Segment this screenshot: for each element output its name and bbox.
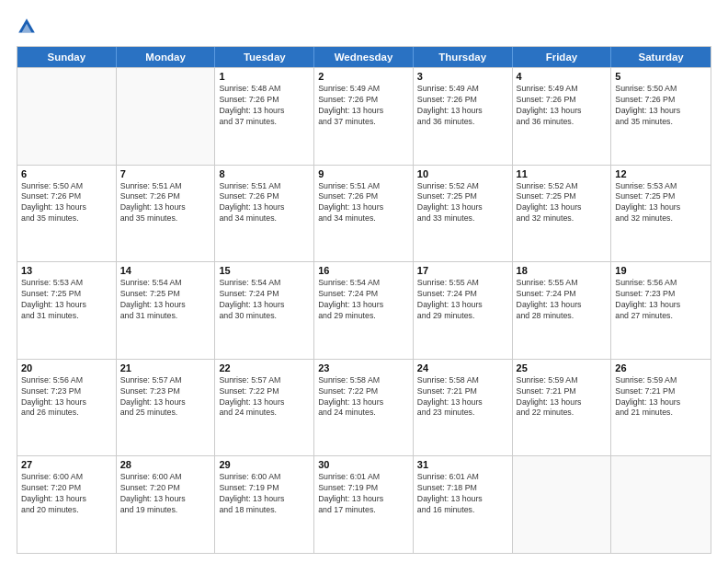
calendar-header: SundayMondayTuesdayWednesdayThursdayFrid… — [17, 47, 711, 67]
cell-info-line: Sunset: 7:21 PM — [417, 386, 508, 397]
cell-info-line: Sunset: 7:25 PM — [417, 191, 508, 202]
cell-info-line: and 31 minutes. — [21, 311, 112, 322]
day-cell-15: 15Sunrise: 5:54 AMSunset: 7:24 PMDayligh… — [215, 262, 314, 359]
day-number: 15 — [219, 265, 310, 276]
cell-info-line: and 36 minutes. — [517, 117, 608, 128]
day-cell-30: 30Sunrise: 6:01 AMSunset: 7:19 PMDayligh… — [314, 456, 414, 553]
day-number: 25 — [517, 362, 608, 373]
cell-info-line: Sunset: 7:23 PM — [615, 289, 707, 300]
cell-info-line: Sunset: 7:18 PM — [417, 483, 508, 494]
cell-info-line: Sunset: 7:26 PM — [120, 191, 211, 202]
cell-info-line: Daylight: 13 hours — [21, 202, 112, 213]
empty-cell — [117, 68, 216, 165]
cell-info-line: Sunset: 7:23 PM — [21, 386, 112, 397]
calendar-row-3: 13Sunrise: 5:53 AMSunset: 7:25 PMDayligh… — [17, 261, 711, 359]
weekday-header-friday: Friday — [513, 47, 612, 67]
cell-info-line: Daylight: 13 hours — [417, 397, 508, 408]
cell-info-line: Daylight: 13 hours — [318, 202, 409, 213]
cell-info-line: Sunset: 7:19 PM — [219, 483, 310, 494]
day-cell-5: 5Sunrise: 5:50 AMSunset: 7:26 PMDaylight… — [611, 68, 711, 165]
cell-info-line: and 17 minutes. — [318, 505, 409, 516]
day-cell-13: 13Sunrise: 5:53 AMSunset: 7:25 PMDayligh… — [17, 262, 117, 359]
cell-info-line: Sunrise: 5:50 AM — [21, 181, 112, 192]
day-number: 27 — [21, 459, 112, 470]
day-cell-24: 24Sunrise: 5:58 AMSunset: 7:21 PMDayligh… — [414, 360, 513, 456]
day-number: 19 — [615, 265, 707, 276]
weekday-header-tuesday: Tuesday — [215, 47, 314, 67]
day-number: 12 — [615, 168, 707, 179]
cell-info-line: Sunset: 7:26 PM — [318, 95, 409, 106]
logo — [17, 17, 40, 37]
day-number: 18 — [517, 265, 608, 276]
cell-info-line: Daylight: 13 hours — [219, 106, 310, 117]
cell-info-line: Daylight: 13 hours — [21, 494, 112, 505]
day-number: 9 — [318, 168, 409, 179]
day-cell-26: 26Sunrise: 5:59 AMSunset: 7:21 PMDayligh… — [611, 360, 711, 456]
cell-info-line: Daylight: 13 hours — [120, 300, 211, 311]
cell-info-line: and 16 minutes. — [417, 505, 508, 516]
cell-info-line: Daylight: 13 hours — [615, 300, 707, 311]
empty-cell — [17, 68, 117, 165]
day-cell-10: 10Sunrise: 5:52 AMSunset: 7:25 PMDayligh… — [414, 166, 513, 262]
day-number: 6 — [21, 168, 112, 179]
cell-info-line: and 28 minutes. — [517, 311, 608, 322]
day-number: 20 — [21, 362, 112, 373]
day-cell-7: 7Sunrise: 5:51 AMSunset: 7:26 PMDaylight… — [117, 166, 216, 262]
day-cell-11: 11Sunrise: 5:52 AMSunset: 7:25 PMDayligh… — [513, 166, 612, 262]
day-cell-9: 9Sunrise: 5:51 AMSunset: 7:26 PMDaylight… — [314, 166, 414, 262]
day-cell-29: 29Sunrise: 6:00 AMSunset: 7:19 PMDayligh… — [215, 456, 314, 553]
weekday-header-sunday: Sunday — [17, 47, 117, 67]
cell-info-line: Daylight: 13 hours — [219, 494, 310, 505]
cell-info-line: Daylight: 13 hours — [219, 397, 310, 408]
day-cell-12: 12Sunrise: 5:53 AMSunset: 7:25 PMDayligh… — [611, 166, 711, 262]
day-cell-6: 6Sunrise: 5:50 AMSunset: 7:26 PMDaylight… — [17, 166, 117, 262]
day-cell-21: 21Sunrise: 5:57 AMSunset: 7:23 PMDayligh… — [117, 360, 216, 456]
cell-info-line: and 35 minutes. — [120, 213, 211, 224]
day-cell-19: 19Sunrise: 5:56 AMSunset: 7:23 PMDayligh… — [611, 262, 711, 359]
cell-info-line: Sunrise: 5:58 AM — [318, 375, 409, 386]
cell-info-line: and 35 minutes. — [21, 213, 112, 224]
day-cell-1: 1Sunrise: 5:48 AMSunset: 7:26 PMDaylight… — [215, 68, 314, 165]
cell-info-line: Daylight: 13 hours — [318, 106, 409, 117]
calendar-body: 1Sunrise: 5:48 AMSunset: 7:26 PMDaylight… — [17, 67, 711, 553]
cell-info-line: Sunset: 7:25 PM — [615, 191, 707, 202]
day-number: 11 — [517, 168, 608, 179]
day-number: 8 — [219, 168, 310, 179]
cell-info-line: and 37 minutes. — [318, 117, 409, 128]
day-number: 1 — [219, 71, 310, 82]
logo-icon — [17, 17, 37, 37]
cell-info-line: Sunrise: 5:51 AM — [219, 181, 310, 192]
day-cell-18: 18Sunrise: 5:55 AMSunset: 7:24 PMDayligh… — [513, 262, 612, 359]
cell-info-line: and 20 minutes. — [21, 505, 112, 516]
day-cell-22: 22Sunrise: 5:57 AMSunset: 7:22 PMDayligh… — [215, 360, 314, 456]
cell-info-line: Sunset: 7:26 PM — [219, 191, 310, 202]
day-number: 28 — [120, 459, 211, 470]
day-number: 16 — [318, 265, 409, 276]
weekday-header-saturday: Saturday — [611, 47, 711, 67]
day-number: 17 — [417, 265, 508, 276]
day-number: 21 — [120, 362, 211, 373]
day-number: 5 — [615, 71, 707, 82]
cell-info-line: Sunrise: 5:49 AM — [517, 84, 608, 95]
calendar-row-1: 1Sunrise: 5:48 AMSunset: 7:26 PMDaylight… — [17, 67, 711, 165]
cell-info-line: and 21 minutes. — [615, 408, 707, 419]
day-cell-28: 28Sunrise: 6:00 AMSunset: 7:20 PMDayligh… — [117, 456, 216, 553]
cell-info-line: Sunset: 7:26 PM — [318, 191, 409, 202]
cell-info-line: Sunrise: 5:53 AM — [615, 181, 707, 192]
cell-info-line: Sunset: 7:24 PM — [517, 289, 608, 300]
cell-info-line: and 25 minutes. — [120, 408, 211, 419]
day-number: 31 — [417, 459, 508, 470]
cell-info-line: Sunrise: 6:00 AM — [120, 472, 211, 483]
cell-info-line: Sunset: 7:26 PM — [417, 95, 508, 106]
cell-info-line: Sunset: 7:21 PM — [615, 386, 707, 397]
cell-info-line: Daylight: 13 hours — [120, 397, 211, 408]
cell-info-line: Sunrise: 5:49 AM — [417, 84, 508, 95]
day-cell-2: 2Sunrise: 5:49 AMSunset: 7:26 PMDaylight… — [314, 68, 414, 165]
cell-info-line: Sunset: 7:24 PM — [417, 289, 508, 300]
cell-info-line: Daylight: 13 hours — [517, 300, 608, 311]
cell-info-line: and 26 minutes. — [21, 408, 112, 419]
day-number: 2 — [318, 71, 409, 82]
cell-info-line: Sunrise: 5:51 AM — [318, 181, 409, 192]
cell-info-line: and 32 minutes. — [517, 213, 608, 224]
cell-info-line: Sunset: 7:25 PM — [120, 289, 211, 300]
